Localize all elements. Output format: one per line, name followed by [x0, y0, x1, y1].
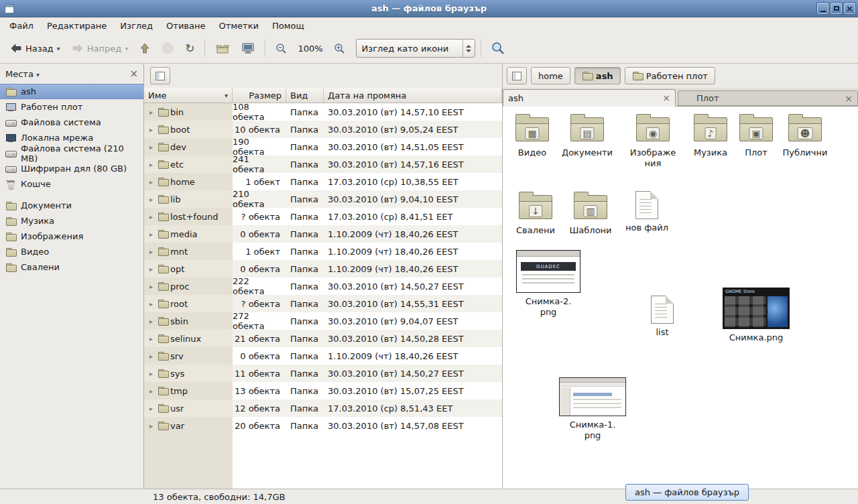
sidebar-close-button[interactable]: ×	[129, 68, 138, 80]
forward-button[interactable]: Напред ▾	[67, 40, 133, 57]
sidebar-item[interactable]: Изображения	[0, 229, 143, 244]
menu-file[interactable]: Файл	[3, 17, 40, 34]
tree-row[interactable]: ▸ lost+found ? обекта Папка 17.03.2010 (…	[144, 208, 502, 225]
pathbar-home-button[interactable]: home	[531, 67, 570, 84]
back-button[interactable]: Назад ▾	[5, 40, 65, 57]
file-item-video[interactable]: ▦ Видео	[504, 113, 560, 158]
file-item-images[interactable]: ◉ Изображения	[625, 113, 681, 170]
file-item-list[interactable]: list	[635, 296, 689, 338]
expander-icon[interactable]: ▸	[147, 283, 156, 290]
file-item-downloads[interactable]: ↓ Свалени	[507, 191, 564, 236]
cell-size: 0 обекта	[233, 225, 286, 243]
file-item-snimka2[interactable]: GUADEC Снимка-2.png	[508, 250, 589, 318]
sidebar-item[interactable]: Видео	[0, 244, 143, 259]
expander-icon[interactable]: ▸	[147, 109, 156, 116]
sidebar-item[interactable]: Документи	[0, 198, 143, 213]
tree-row[interactable]: ▸ usr 12 обекта Папка 17.03.2010 (ср) 8,…	[144, 399, 502, 417]
expander-icon[interactable]: ▸	[147, 318, 156, 325]
expander-icon[interactable]: ▸	[147, 178, 156, 186]
expander-icon[interactable]: ▸	[147, 300, 156, 308]
expander-icon[interactable]: ▸	[147, 405, 156, 412]
home-button[interactable]	[210, 40, 235, 58]
tree-row[interactable]: ▸ selinux 21 обекта Папка 30.03.2010 (вт…	[144, 330, 502, 347]
tree-row[interactable]: ▸ dev 190 обекта Папка 30.03.2010 (вт) 1…	[144, 138, 502, 155]
expander-icon[interactable]: ▸	[147, 196, 156, 203]
zoom-out-button[interactable]	[271, 40, 292, 58]
file-item-snimka1[interactable]: Снимка-1.png	[552, 377, 633, 442]
sidebar-item[interactable]: ash	[0, 84, 143, 99]
tree-row[interactable]: ▸ tmp 13 обекта Папка 30.03.2010 (вт) 15…	[144, 382, 502, 399]
file-item-documents[interactable]: ▤ Документи	[559, 113, 615, 158]
menu-view[interactable]: Изглед	[113, 17, 160, 34]
tab-close-icon[interactable]: ×	[845, 94, 853, 103]
sidebar-item[interactable]: Шифриран дял (80 GB)	[0, 161, 143, 176]
tree-row[interactable]: ▸ proc 222 обекта Папка 30.03.2010 (вт) …	[144, 277, 502, 295]
column-header-date[interactable]: Дата на промяна	[324, 88, 502, 103]
column-header-type[interactable]: Вид	[286, 88, 324, 103]
zoom-in-button[interactable]	[329, 40, 350, 58]
file-item-snimka[interactable]: GNOME Store Снимка.png	[716, 288, 796, 343]
menu-help[interactable]: Помощ	[265, 17, 311, 34]
sidebar-item[interactable]: Файлова система (210 MB)	[0, 145, 143, 161]
tree-row[interactable]: ▸ mnt 1 обект Папка 1.10.2009 (чт) 18,40…	[144, 243, 502, 260]
tree-row[interactable]: ▸ sys 11 обекта Папка 30.03.2010 (вт) 14…	[144, 365, 502, 382]
search-button[interactable]	[487, 38, 509, 58]
expander-icon[interactable]: ▸	[147, 143, 156, 151]
close-button[interactable]: ×	[844, 3, 855, 14]
tree-row[interactable]: ▸ root ? обекта Папка 30.03.2010 (вт) 14…	[144, 295, 502, 312]
expander-icon[interactable]: ▸	[147, 335, 156, 342]
expander-icon[interactable]: ▸	[147, 265, 156, 273]
tree-row[interactable]: ▸ media 0 обекта Папка 1.10.2009 (чт) 18…	[144, 225, 502, 243]
tab-close-icon[interactable]: ×	[662, 93, 670, 103]
expander-icon[interactable]: ▸	[147, 422, 156, 430]
tree-row[interactable]: ▸ home 1 обект Папка 17.03.2010 (ср) 10,…	[144, 173, 502, 190]
tree-row[interactable]: ▸ lib 210 обекта Папка 30.03.2010 (вт) 9…	[144, 190, 502, 208]
tab-ash[interactable]: ash ×	[503, 89, 676, 107]
expander-icon[interactable]: ▸	[147, 126, 156, 133]
expander-icon[interactable]: ▸	[147, 213, 156, 220]
tree-row[interactable]: ▸ opt 0 обекта Папка 1.10.2009 (чт) 18,4…	[144, 260, 502, 277]
pathbar-desktop-button[interactable]: Работен плот	[625, 67, 715, 84]
minimize-button[interactable]	[817, 3, 829, 14]
sidebar-item[interactable]: Работен плот	[0, 99, 143, 115]
expander-icon[interactable]: ▸	[147, 370, 156, 377]
menu-bookmarks[interactable]: Отметки	[212, 17, 265, 34]
file-item-new-file[interactable]: нов файл	[619, 191, 675, 233]
places-selector[interactable]: Места ▾	[5, 69, 40, 79]
tree-row[interactable]: ▸ var 20 обекта Папка 30.03.2010 (вт) 14…	[144, 417, 502, 434]
sidebar-item[interactable]: Свалени	[0, 259, 143, 275]
pathbar-ash-button[interactable]: ash	[574, 67, 621, 84]
tree-row[interactable]: ▸ srv 0 обекта Папка 1.10.2009 (чт) 18,4…	[144, 347, 502, 365]
view-mode-select[interactable]: Изглед като икони	[356, 39, 475, 58]
tree-row[interactable]: ▸ bin 108 обекта Папка 30.03.2010 (вт) 1…	[144, 103, 502, 121]
folder-icon	[158, 246, 168, 257]
file-item-desktop[interactable]: ▣ Плот	[728, 113, 784, 158]
reload-button[interactable]: ↻	[180, 40, 199, 58]
tree-row[interactable]: ▸ etc 241 обекта Папка 30.03.2010 (вт) 1…	[144, 155, 502, 173]
taskbar-window-button[interactable]: ash — файлов браузър	[625, 484, 749, 501]
sidebar-item[interactable]: Музика	[0, 213, 143, 229]
computer-button[interactable]	[237, 40, 259, 58]
up-button[interactable]	[135, 40, 155, 57]
menu-go[interactable]: Отиване	[160, 17, 212, 34]
stop-button[interactable]	[157, 39, 178, 58]
folder-icon	[582, 70, 593, 81]
pathbar-root-button[interactable]	[507, 67, 527, 84]
expander-icon[interactable]: ▸	[147, 353, 156, 360]
sidebar-item[interactable]: Кошче	[0, 176, 143, 192]
expander-icon[interactable]: ▸	[147, 248, 156, 255]
expander-icon[interactable]: ▸	[147, 161, 156, 168]
tab-plot[interactable]: Плот ×	[678, 90, 858, 106]
pane-location-button[interactable]	[150, 67, 170, 84]
tree-row[interactable]: ▸ sbin 272 обекта Папка 30.03.2010 (вт) …	[144, 312, 502, 330]
sidebar-item[interactable]: Файлова система	[0, 115, 143, 130]
column-header-size[interactable]: Размер	[233, 88, 286, 103]
column-header-name[interactable]: Име▾	[144, 88, 233, 103]
file-item-public[interactable]: ☻ Публични	[777, 113, 833, 158]
file-item-templates[interactable]: ▥ Шаблони	[562, 191, 619, 236]
expander-icon[interactable]: ▸	[147, 387, 156, 395]
expander-icon[interactable]: ▸	[147, 231, 156, 238]
menu-edit[interactable]: Редактиране	[40, 17, 113, 34]
tree-row[interactable]: ▸ boot 10 обекта Папка 30.03.2010 (вт) 9…	[144, 121, 502, 138]
maximize-button[interactable]	[831, 3, 842, 14]
